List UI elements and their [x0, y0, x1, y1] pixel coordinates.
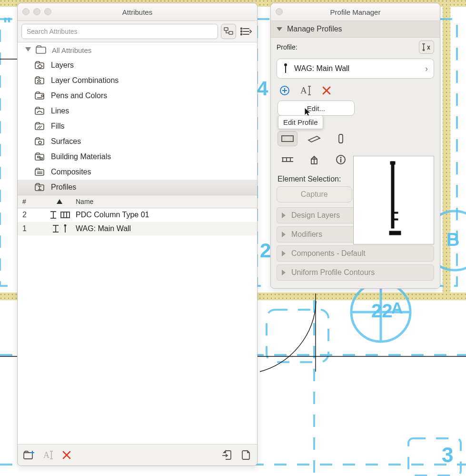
svg-rect-52: [35, 170, 44, 175]
use-with-column-button[interactable]: [331, 131, 351, 146]
profile-dropdown[interactable]: WAG: Main Wall ›: [277, 59, 434, 79]
svg-text:4: 4: [257, 77, 268, 100]
profile-settings-button[interactable]: [419, 41, 434, 54]
tree-root-all-attributes[interactable]: All Attributes: [18, 42, 257, 58]
svg-rect-6: [443, 0, 450, 300]
export-button[interactable]: [241, 450, 251, 460]
chevron-right-icon: ›: [425, 64, 428, 74]
svg-text:A: A: [300, 85, 307, 95]
view-list-button[interactable]: [239, 24, 253, 39]
svg-text:3: 3: [442, 443, 453, 466]
svg-rect-99: [390, 162, 395, 164]
svg-point-67: [65, 225, 66, 226]
svg-point-78: [423, 50, 425, 51]
svg-point-96: [340, 157, 342, 158]
profile-label: Profile:: [277, 43, 297, 51]
section-uniform-profile-contours[interactable]: Uniform Profile Contours: [277, 264, 434, 281]
manage-profiles-section-header[interactable]: Manage Profiles: [271, 21, 440, 38]
use-with-railing-button[interactable]: [278, 152, 297, 167]
disclosure-triangle-icon: [277, 27, 282, 31]
svg-rect-68: [24, 453, 32, 459]
svg-rect-100: [393, 212, 398, 213]
attributes-bottom-toolbar: A: [18, 444, 257, 466]
capture-button[interactable]: Capture: [277, 186, 352, 203]
tree-item-profiles[interactable]: Profiles: [18, 180, 257, 195]
delete-profile-button[interactable]: [322, 86, 331, 95]
row-type-icons: [43, 224, 76, 233]
attributes-table-body: 2 PDC Column Type 01 1 WAG: Main Wall: [18, 208, 257, 444]
profile-glyph-icon: [283, 63, 288, 74]
svg-text:A: A: [43, 450, 50, 460]
svg-text:2: 2: [260, 239, 271, 262]
attributes-table-header[interactable]: # Name: [18, 195, 257, 208]
col-sort-icon[interactable]: [43, 199, 76, 204]
svg-point-42: [41, 95, 43, 97]
table-row[interactable]: 1 WAG: Main Wall: [18, 222, 257, 236]
row-type-icons: [43, 211, 76, 219]
svg-marker-56: [57, 199, 62, 204]
svg-rect-102: [389, 231, 401, 235]
svg-rect-37: [36, 47, 46, 53]
tree-item-lines[interactable]: Lines: [18, 103, 257, 119]
profile-manager-panel: Profile Manager Manage Profiles Profile:…: [270, 3, 440, 289]
attributes-panel: Attributes Search Attributes All Attribu…: [17, 3, 258, 466]
disclosure-triangle-icon: [282, 270, 286, 275]
new-attribute-button[interactable]: [23, 450, 35, 460]
section-components-default[interactable]: Components - Default: [277, 245, 434, 262]
svg-point-33: [241, 28, 242, 30]
new-profile-button[interactable]: [279, 85, 290, 96]
use-with-row1: [271, 128, 440, 149]
tree-item-building-materials[interactable]: Building Materials: [18, 149, 257, 164]
tree-item-pens-colors[interactable]: Pens and Colors: [18, 88, 257, 103]
svg-point-35: [241, 34, 242, 35]
window-traffic-lights[interactable]: [22, 8, 51, 15]
svg-rect-98: [391, 162, 394, 228]
profile-manager-titlebar[interactable]: Profile Manager: [271, 3, 440, 21]
col-name[interactable]: Name: [76, 198, 257, 205]
table-row[interactable]: 2 PDC Column Type 01: [18, 208, 257, 222]
svg-point-48: [39, 141, 41, 144]
svg-rect-101: [393, 219, 398, 220]
svg-rect-91: [282, 136, 293, 142]
svg-rect-40: [35, 93, 44, 99]
disclosure-triangle-icon: [282, 232, 286, 237]
attributes-tree: All Attributes Layers Layer Combinations…: [18, 42, 257, 195]
attributes-search-row: Search Attributes: [18, 21, 257, 42]
edit-profile-button[interactable]: Edit... Edit Profile: [278, 101, 355, 116]
col-number[interactable]: #: [18, 198, 43, 205]
svg-text:B: B: [446, 230, 459, 250]
svg-marker-36: [25, 47, 31, 51]
use-with-beam-button[interactable]: [304, 131, 324, 146]
tree-item-layer-combinations[interactable]: Layer Combinations: [18, 73, 257, 88]
view-tree-button[interactable]: [221, 24, 236, 39]
tree-item-surfaces[interactable]: Surfaces: [18, 134, 257, 149]
tree-item-composites[interactable]: Composites: [18, 164, 257, 180]
import-button[interactable]: [222, 450, 232, 460]
profile-manager-title: Profile Manager: [330, 8, 381, 16]
attributes-title: Attributes: [122, 8, 152, 16]
tree-item-layers[interactable]: Layers: [18, 58, 257, 73]
svg-text:": ": [3, 14, 11, 34]
info-button[interactable]: [331, 152, 351, 167]
svg-point-80: [285, 64, 287, 66]
svg-rect-29: [229, 31, 233, 34]
svg-rect-60: [61, 212, 69, 218]
rename-profile-button[interactable]: A: [300, 85, 312, 96]
attributes-titlebar[interactable]: Attributes: [18, 3, 257, 21]
disclosure-triangle-icon: [282, 251, 286, 256]
search-input[interactable]: Search Attributes: [21, 24, 218, 39]
use-with-object-button[interactable]: [304, 152, 324, 167]
window-traffic-lights[interactable]: [276, 8, 283, 15]
delete-button[interactable]: [62, 451, 71, 459]
svg-rect-44: [35, 124, 44, 130]
tree-item-fills[interactable]: Fills: [18, 119, 257, 134]
svg-rect-51: [40, 158, 42, 159]
svg-rect-92: [339, 134, 343, 143]
rename-button[interactable]: A: [43, 450, 54, 460]
disclosure-triangle-icon: [282, 213, 286, 218]
use-with-wall-button[interactable]: [278, 131, 297, 146]
svg-rect-39: [35, 78, 44, 84]
edit-profile-tooltip: Edit Profile: [278, 115, 323, 129]
svg-text:22: 22: [371, 300, 393, 321]
profile-preview: [353, 156, 434, 244]
